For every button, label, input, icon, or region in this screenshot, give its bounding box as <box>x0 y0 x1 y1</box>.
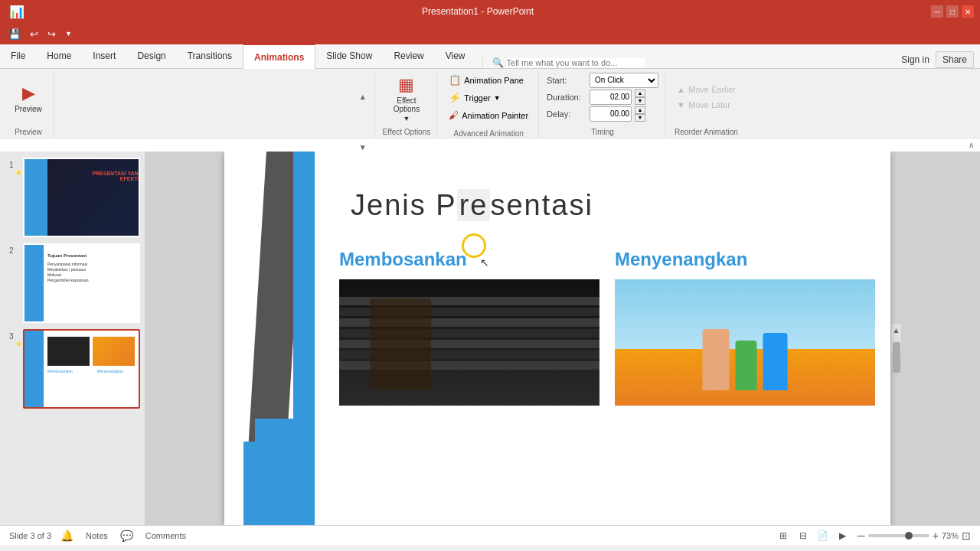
status-bar: Slide 3 of 3 🔔 Notes 💬 Comments ⊞ ⊟ 📄 ▶ … <box>0 525 980 545</box>
move-later-button[interactable]: ▼ Move Later <box>673 98 740 112</box>
preview-icon: ▶ <box>22 83 35 103</box>
zoom-plus-button[interactable]: + <box>933 530 939 542</box>
start-select[interactable]: On Click With Previous After Previous <box>590 73 658 88</box>
preview-group: ▶ Preview Preview <box>3 72 54 138</box>
svg-marker-2 <box>255 419 297 525</box>
slide-sorter-button[interactable]: ⊟ <box>795 529 812 543</box>
redo-button[interactable]: ↪ <box>45 27 58 41</box>
minimize-button[interactable]: ─ <box>931 5 943 18</box>
delay-up[interactable]: ▲ <box>635 106 645 114</box>
duration-input[interactable] <box>590 90 632 105</box>
animation-painter-button[interactable]: 🖌 Animation Painter <box>445 107 532 123</box>
effect-options-group: ▦ EffectOptions ▼ Effect Options <box>377 72 438 138</box>
timing-group: Start: On Click With Previous After Prev… <box>541 72 665 138</box>
save-qat-button[interactable]: 💾 <box>6 27 23 41</box>
slide-columns: Membosankan <box>339 249 875 406</box>
main-area: 1 ★ PRESENTASI YANGEFEKTIF 2 Tujuan Pres… <box>0 152 980 525</box>
tab-review[interactable]: Review <box>383 44 434 68</box>
move-later-icon: ▼ <box>677 100 685 109</box>
menyenangkan-header: Menyenangkan <box>615 249 875 270</box>
ribbon-tabs: File Home Insert Design Transitions Anim… <box>0 44 980 69</box>
search-input[interactable] <box>507 58 645 67</box>
slide1-thumb-text: PRESENTASI YANGEFEKTIF <box>92 171 140 181</box>
membosankan-image <box>339 279 599 406</box>
membosankan-header: Membosankan <box>339 249 599 270</box>
slide-thumb-2-wrapper: 2 Tujuan Presentasi Penyampaian informas… <box>5 243 140 323</box>
comments-icon: 💬 <box>120 530 133 542</box>
delay-input[interactable] <box>590 106 632 122</box>
tab-transitions[interactable]: Transitions <box>177 44 243 68</box>
canvas-area: ↖ Jenis Presentasi Membosankan <box>145 152 980 525</box>
tab-home[interactable]: Home <box>36 44 82 68</box>
delay-down[interactable]: ▼ <box>635 114 645 122</box>
status-left: Slide 3 of 3 🔔 Notes 💬 Comments <box>9 530 189 542</box>
menyenangkan-image <box>615 279 875 406</box>
tab-animations[interactable]: Animations <box>243 44 315 69</box>
animation-pane-icon: 📋 <box>449 74 461 86</box>
duration-up[interactable]: ▲ <box>635 90 645 97</box>
svg-rect-1 <box>293 152 315 525</box>
tab-design[interactable]: Design <box>126 44 176 68</box>
maximize-button[interactable]: □ <box>946 5 959 18</box>
slide3-star: ★ <box>15 340 22 348</box>
animation-painter-icon: 🖌 <box>449 109 459 121</box>
reorder-group: ▲ Move Earlier ▼ Move Later Reorder Anim… <box>667 72 746 138</box>
ribbon-expand-button[interactable]: ∧ <box>969 141 974 149</box>
duration-down[interactable]: ▼ <box>635 97 645 105</box>
membosankan-column: Membosankan <box>339 249 599 406</box>
notes-button[interactable]: Notes <box>83 530 111 542</box>
comments-button[interactable]: Comments <box>142 530 189 542</box>
slide-title-part2: sentasi <box>490 189 593 221</box>
effect-options-button[interactable]: ▦ EffectOptions ▼ <box>387 73 426 123</box>
slide-title-highlight: re <box>457 189 491 221</box>
slide-title-part1: Jenis P <box>351 189 457 221</box>
slide-thumb-3[interactable]: Membosankan Menyenangkan <box>23 329 140 409</box>
zoom-minus-button[interactable]: ─ <box>858 530 865 542</box>
tab-slideshow[interactable]: Slide Show <box>315 44 383 68</box>
slide-count-label: Slide 3 of 3 <box>9 531 51 540</box>
notes-icon: 🔔 <box>60 530 74 542</box>
zoom-level-label[interactable]: 73% <box>942 531 959 540</box>
fit-slide-button[interactable]: ⊡ <box>962 530 971 542</box>
slide-thumb-1-wrapper: 1 ★ PRESENTASI YANGEFEKTIF <box>5 158 140 237</box>
normal-view-button[interactable]: ⊞ <box>775 529 792 543</box>
status-right: ⊞ ⊟ 📄 ▶ ─ + 73% ⊡ <box>775 529 971 543</box>
view-controls: ⊞ ⊟ 📄 ▶ <box>775 529 851 543</box>
tab-insert[interactable]: Insert <box>82 44 126 68</box>
zoom-control: ─ + 73% ⊡ <box>858 530 971 542</box>
slide-thumb-2[interactable]: Tujuan Presentasi Penyampaian informasi … <box>23 243 140 323</box>
slide2-thumb-content: Tujuan Presentasi Penyampaian informasi … <box>47 253 89 283</box>
close-button[interactable]: ✕ <box>962 5 974 18</box>
ribbon-content: ▶ Preview Preview ✕ None ★ Appear ★ Fade <box>0 69 980 138</box>
scroll-thumb[interactable] <box>893 342 900 373</box>
menyenangkan-column: Menyenangkan <box>615 249 875 406</box>
anim-scroll-up[interactable]: ▲ <box>358 72 368 122</box>
slide-title: Jenis Presentasi <box>351 189 852 222</box>
quick-access-toolbar: 💾 ↩ ↪ ▼ <box>0 23 980 44</box>
zoom-slider[interactable] <box>868 534 929 537</box>
slide-panel: 1 ★ PRESENTASI YANGEFEKTIF 2 Tujuan Pres… <box>0 152 145 525</box>
customize-qat-button[interactable]: ▼ <box>63 28 74 39</box>
window-title: Presentation1 - PowerPoint <box>24 6 931 17</box>
move-earlier-icon: ▲ <box>677 85 685 94</box>
scroll-up-button[interactable]: ▲ <box>890 324 903 337</box>
slideshow-button[interactable]: ▶ <box>835 529 851 543</box>
animation-pane-button[interactable]: 📋 Animation Pane <box>445 72 532 88</box>
undo-button[interactable]: ↩ <box>28 27 41 41</box>
zoom-thumb <box>905 532 913 540</box>
move-earlier-button[interactable]: ▲ Move Earlier <box>673 83 740 96</box>
tab-view[interactable]: View <box>435 44 476 68</box>
reading-view-button[interactable]: 📄 <box>815 529 831 543</box>
advanced-animation-group: 📋 Animation Pane ⚡ Trigger ▼ 🖌 Animation… <box>439 72 539 138</box>
slide1-star: ★ <box>15 168 22 177</box>
signin-link[interactable]: Sign in <box>901 54 929 65</box>
share-button[interactable]: Share <box>936 51 974 68</box>
tab-file[interactable]: File <box>0 44 36 68</box>
vertical-scrollbar: ▲ ▼ <box>890 324 901 353</box>
svg-marker-0 <box>243 152 305 525</box>
slide-thumb-1[interactable]: PRESENTASI YANGEFEKTIF <box>23 158 140 237</box>
effect-options-icon: ▦ <box>398 75 414 95</box>
trigger-button[interactable]: ⚡ Trigger ▼ <box>445 90 532 106</box>
preview-button[interactable]: ▶ Preview <box>9 73 47 125</box>
svg-marker-3 <box>243 442 266 525</box>
